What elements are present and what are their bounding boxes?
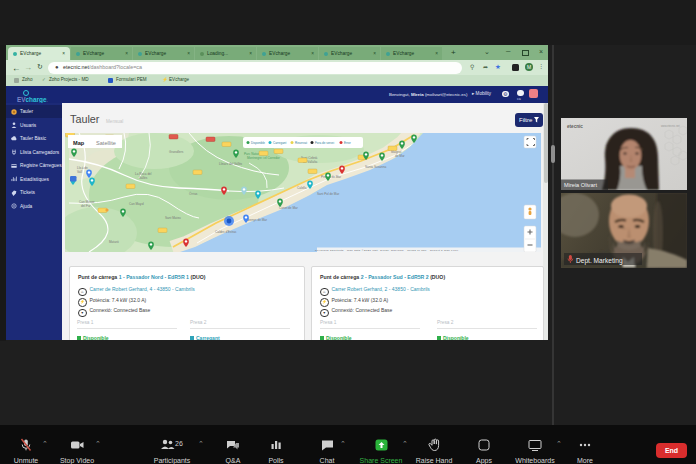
svg-text:Mataró: Mataró <box>109 240 119 244</box>
svg-text:Dept. Marketing: Dept. Marketing <box>576 257 623 265</box>
svg-text:Canet de Mar: Canet de Mar <box>279 206 298 210</box>
svg-text:Pineda de Mar: Pineda de Mar <box>321 175 341 179</box>
svg-text:Sant Pol de Mar: Sant Pol de Mar <box>317 192 339 196</box>
svg-text:Mireia Olivart: Mireia Olivart <box>564 182 597 188</box>
svg-text:Granollers: Granollers <box>169 150 184 154</box>
svg-text:Fora de servei: Fora de servei <box>315 141 335 145</box>
svg-text:Vallès: Vallès <box>139 176 148 180</box>
svg-text:Can Mayol: Can Mayol <box>129 202 144 206</box>
svg-text:Vall: Vall <box>77 170 82 174</box>
svg-text:del Far: del Far <box>81 204 91 208</box>
svg-text:Órrius: Órrius <box>189 191 198 196</box>
svg-text:Caldes d'Estrac: Caldes d'Estrac <box>215 230 237 234</box>
svg-text:www.etecnic.net: www.etecnic.net <box>661 124 680 128</box>
svg-text:Sant Mateu: Sant Mateu <box>165 216 181 220</box>
svg-text:Satellite: Satellite <box>96 140 116 146</box>
svg-text:Disponible: Disponible <box>251 141 265 145</box>
svg-text:Santa Susanna: Santa Susanna <box>365 165 386 169</box>
svg-text:Arenys de Mar: Arenys de Mar <box>247 218 267 222</box>
svg-text:de Mar: de Mar <box>395 154 405 158</box>
svg-text:Error: Error <box>344 141 351 145</box>
svg-text:Reservat: Reservat <box>295 141 307 145</box>
svg-text:Carregant: Carregant <box>273 141 287 145</box>
svg-text:Keyboard shortcuts Map data: Keyboard shortcuts Map data ©2023 Inst. … <box>315 249 458 252</box>
svg-text:Map: Map <box>73 140 85 146</box>
svg-text:Montnegre i el Corredor: Montnegre i el Corredor <box>247 156 280 160</box>
svg-text:26: 26 <box>175 440 183 447</box>
svg-text:Calella: Calella <box>297 186 307 190</box>
svg-text:etecnic: etecnic <box>567 124 583 129</box>
svg-text:Llinars del Vallès: Llinars del Vallès <box>219 162 243 166</box>
